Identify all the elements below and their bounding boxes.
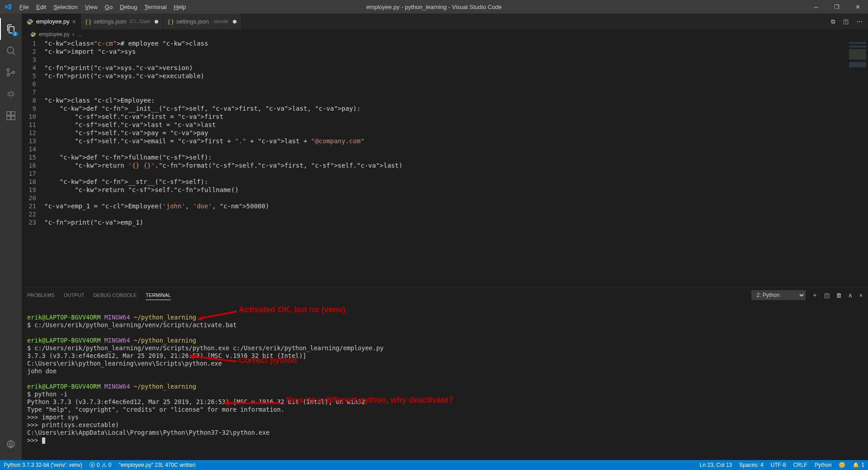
tab-employee[interactable]: employee.py × bbox=[22, 14, 81, 29]
menu-file[interactable]: File bbox=[16, 0, 33, 14]
dirty-indicator-icon bbox=[155, 20, 158, 24]
warning-icon: ⚠ bbox=[102, 462, 107, 468]
svg-point-9 bbox=[9, 443, 12, 446]
window-title: employee.py - python_learning - Visual S… bbox=[366, 4, 502, 10]
annotation-3: Now its a different python, why deactiva… bbox=[286, 396, 453, 404]
status-language[interactable]: Python bbox=[811, 462, 835, 468]
svg-marker-11 bbox=[197, 316, 203, 320]
arrow-icon bbox=[197, 310, 238, 320]
new-terminal-icon[interactable]: ＋ bbox=[812, 291, 818, 299]
split-editor-icon[interactable]: ◫ bbox=[843, 18, 849, 25]
panel-tab-debug[interactable]: DEBUG CONSOLE bbox=[93, 291, 137, 300]
status-problems[interactable]: ⓧ0 ⚠0 bbox=[86, 460, 115, 470]
status-cursor[interactable]: Ln 23, Col 13 bbox=[696, 462, 736, 468]
explorer-icon[interactable]: 2 bbox=[0, 18, 22, 40]
error-icon: ⓧ bbox=[90, 461, 95, 469]
explorer-badge: 2 bbox=[12, 32, 18, 36]
status-message: "employee.py" 23L 470C written bbox=[115, 460, 199, 470]
bell-icon: 🔔 bbox=[853, 462, 859, 468]
annotation-2: Correct python bbox=[239, 357, 297, 364]
minimize-button[interactable]: ─ bbox=[806, 0, 826, 14]
svg-line-12 bbox=[192, 356, 237, 362]
tab-detail: C:\...\User bbox=[130, 19, 150, 24]
tab-label: employee.py bbox=[36, 18, 70, 25]
python-file-icon bbox=[30, 31, 36, 38]
python-file-icon bbox=[26, 18, 33, 25]
svg-point-3 bbox=[13, 71, 15, 74]
minimap[interactable] bbox=[823, 39, 868, 287]
kill-terminal-icon[interactable]: 🗑 bbox=[836, 292, 842, 299]
svg-rect-6 bbox=[7, 116, 10, 120]
panel-tab-output[interactable]: OUTPUT bbox=[64, 291, 84, 300]
breadcrumb-file: employee.py bbox=[39, 31, 70, 38]
compare-icon[interactable]: ⧉ bbox=[831, 18, 835, 25]
menu-selection[interactable]: Selection bbox=[50, 0, 81, 14]
close-button[interactable]: ✕ bbox=[847, 0, 868, 14]
tab-settings-user[interactable]: { } settings.json C:\...\User bbox=[81, 14, 164, 29]
breadcrumb[interactable]: employee.py › … bbox=[22, 29, 868, 39]
split-terminal-icon[interactable]: ◫ bbox=[824, 292, 830, 299]
panel-tabs: PROBLEMS OUTPUT DEBUG CONSOLE TERMINAL 2… bbox=[22, 288, 868, 302]
terminal-content[interactable]: Activated OK, but no (venv) Correct pyth… bbox=[22, 302, 868, 460]
dirty-indicator-icon bbox=[233, 20, 236, 24]
code-editor[interactable]: 1234567891011121314151617181920212223 "c… bbox=[22, 39, 868, 287]
debug-icon[interactable] bbox=[0, 83, 22, 105]
terminal-selector[interactable]: 2: Python bbox=[751, 290, 806, 300]
menu-view[interactable]: View bbox=[81, 0, 101, 14]
svg-point-4 bbox=[9, 92, 13, 96]
code-content[interactable]: "c-kw">class="c-cm"># employee "c-kw">cl… bbox=[44, 39, 823, 287]
maximize-button[interactable]: ❐ bbox=[826, 0, 847, 14]
tab-detail: .vscode bbox=[212, 19, 228, 24]
svg-rect-8 bbox=[11, 112, 15, 115]
close-panel-icon[interactable]: × bbox=[859, 292, 863, 299]
svg-marker-15 bbox=[223, 400, 229, 406]
panel-tab-terminal[interactable]: TERMINAL bbox=[146, 291, 171, 300]
source-control-icon[interactable] bbox=[0, 61, 22, 83]
extensions-icon[interactable] bbox=[0, 105, 22, 127]
status-spaces[interactable]: Spaces: 4 bbox=[736, 462, 767, 468]
panel-tab-problems[interactable]: PROBLEMS bbox=[27, 291, 55, 300]
annotation-1: Activated OK, but no (venv) bbox=[239, 306, 345, 314]
status-encoding[interactable]: UTF-8 bbox=[767, 462, 790, 468]
tab-settings-vscode[interactable]: { } settings.json .vscode bbox=[163, 14, 241, 29]
svg-rect-7 bbox=[11, 116, 15, 120]
svg-point-1 bbox=[7, 69, 9, 71]
menu-go[interactable]: Go bbox=[101, 0, 116, 14]
vscode-logo-icon bbox=[0, 3, 16, 10]
settings-gear-icon[interactable] bbox=[0, 434, 22, 456]
tab-close-icon[interactable]: × bbox=[72, 18, 76, 25]
maximize-panel-icon[interactable]: ∧ bbox=[848, 292, 853, 299]
search-icon[interactable] bbox=[0, 40, 22, 61]
svg-rect-5 bbox=[7, 112, 10, 115]
status-python[interactable]: Python 3.7.3 32-bit ('venv': venv) bbox=[0, 460, 86, 470]
window-controls: ─ ❐ ✕ bbox=[806, 0, 868, 14]
menu-debug[interactable]: Debug bbox=[116, 0, 141, 14]
svg-point-2 bbox=[7, 74, 9, 76]
menu-terminal[interactable]: Terminal bbox=[141, 0, 170, 14]
activity-bar: 2 bbox=[0, 14, 22, 460]
menu-edit[interactable]: Edit bbox=[33, 0, 50, 14]
status-feedback-icon[interactable]: 😊 bbox=[835, 462, 849, 468]
status-notifications[interactable]: 🔔1 bbox=[849, 462, 868, 468]
menu-bar: File Edit Selection View Go Debug Termin… bbox=[0, 0, 189, 14]
svg-point-0 bbox=[7, 47, 14, 53]
arrow-icon bbox=[189, 354, 238, 363]
panel: PROBLEMS OUTPUT DEBUG CONSOLE TERMINAL 2… bbox=[22, 287, 868, 460]
editor-tabs: employee.py × { } settings.json C:\...\U… bbox=[22, 14, 868, 29]
status-bar: Python 3.7.3 32-bit ('venv': venv) ⓧ0 ⚠0… bbox=[0, 460, 868, 470]
line-numbers: 1234567891011121314151617181920212223 bbox=[22, 39, 44, 287]
tab-label: settings.json bbox=[94, 18, 126, 25]
status-eol[interactable]: CRLF bbox=[790, 462, 811, 468]
menu-help[interactable]: Help bbox=[170, 0, 190, 14]
tab-label: settings.json bbox=[176, 18, 209, 25]
arrow-icon bbox=[223, 400, 282, 406]
title-bar: File Edit Selection View Go Debug Termin… bbox=[0, 0, 868, 14]
more-actions-icon[interactable]: ⋯ bbox=[857, 18, 863, 25]
svg-line-10 bbox=[199, 311, 237, 319]
